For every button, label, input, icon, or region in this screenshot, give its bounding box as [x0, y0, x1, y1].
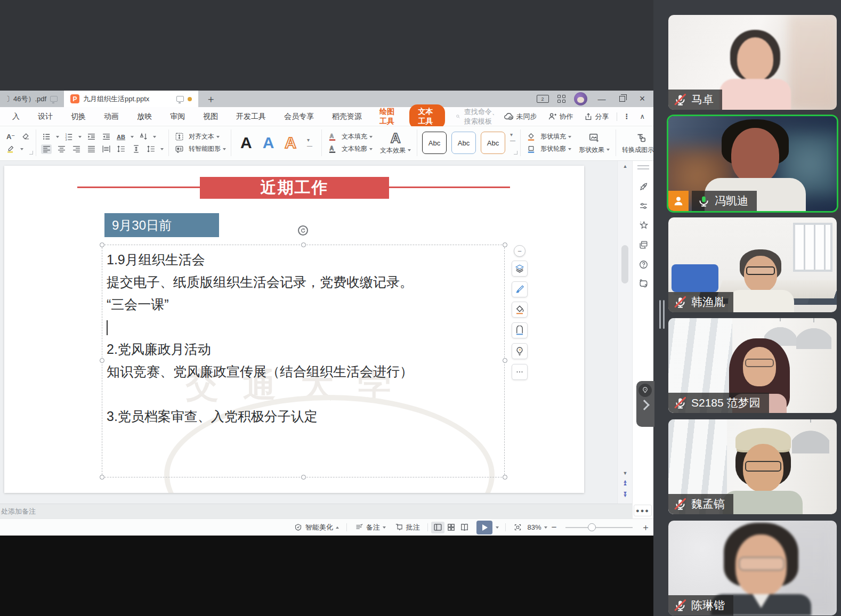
close-button[interactable]: × [636, 93, 648, 104]
user-avatar[interactable] [574, 92, 587, 106]
resize-handle-sw[interactable] [100, 475, 104, 480]
slideshow-play-button[interactable] [476, 521, 492, 534]
normal-view-button[interactable] [431, 522, 444, 533]
zoom-out-button[interactable]: − [548, 522, 560, 533]
resize-handle-e[interactable] [503, 358, 507, 363]
previous-slide-button[interactable]: ▲▲ [618, 479, 633, 487]
minimize-button[interactable]: — [596, 94, 608, 103]
comments-button[interactable]: 批注 [390, 523, 424, 532]
shape-effect-button[interactable]: 形状效果 [579, 145, 610, 155]
help-button[interactable] [637, 258, 650, 271]
zoom-in-button[interactable]: ＋ [638, 521, 653, 533]
menu-item-审阅[interactable]: 审阅 [161, 112, 194, 121]
zoom-slider-thumb[interactable] [588, 523, 596, 531]
align-right-button[interactable] [71, 144, 82, 154]
menu-item-开发工具[interactable]: 开发工具 [227, 112, 275, 121]
document-tab-pptx[interactable]: P 九月组织生活ppt.pptx [64, 91, 198, 107]
sidebar-drag-handle[interactable] [659, 300, 665, 329]
resize-handle-se[interactable] [503, 475, 507, 480]
vertical-scrollbar[interactable]: ▲ ▼ ▲▲ ▼▼ [617, 161, 632, 504]
resize-handle-s[interactable] [301, 475, 306, 480]
menu-item-视图[interactable]: 视图 [194, 112, 227, 121]
decrease-indent-button[interactable] [86, 132, 96, 142]
participant-tile[interactable]: 马卓 [668, 15, 837, 110]
restore-button[interactable] [616, 94, 628, 103]
scrollbar-thumb[interactable] [621, 245, 628, 283]
shape-style-orange[interactable]: Abc [481, 132, 505, 154]
shape-outline-quick-button[interactable] [512, 322, 528, 338]
zoom-slider[interactable] [565, 527, 633, 528]
shape-fill-quick-button[interactable] [512, 302, 528, 318]
align-center-button[interactable] [56, 144, 67, 154]
participant-tile[interactable]: 魏孟镐 [668, 419, 837, 514]
clear-format-button[interactable] [20, 132, 31, 142]
command-search[interactable]: 查找命令、搜索模板 [456, 107, 500, 126]
menu-item-会员专享[interactable]: 会员专享 [275, 112, 323, 121]
collaborate-button[interactable]: 协作 [545, 112, 577, 121]
play-options-caret[interactable] [496, 526, 499, 529]
participant-tile[interactable]: 陈琳锴 [668, 521, 837, 615]
align-text-button[interactable]: 对齐文本 [189, 132, 220, 141]
scroll-up-arrow[interactable]: ▲ [618, 162, 633, 171]
menu-item-设计[interactable]: 设计 [29, 112, 62, 121]
highlighter-button[interactable] [5, 144, 16, 154]
justify-button[interactable] [86, 144, 96, 154]
meeting-panel-toggle[interactable] [636, 381, 654, 427]
document-tab-pdf[interactable]: 〕46号）.pdf [0, 91, 64, 107]
text-direction-button[interactable] [138, 132, 149, 142]
shape-outline-button[interactable]: 形状轮廓 [540, 144, 571, 153]
line-spacing-button[interactable] [116, 144, 126, 154]
increase-indent-button[interactable] [101, 132, 111, 142]
participant-tile[interactable]: 韩渔胤 [668, 217, 837, 312]
distribute-button[interactable] [101, 144, 111, 154]
wordart-style-1[interactable]: A [240, 135, 252, 151]
slide-sorter-view-button[interactable] [444, 522, 458, 533]
slide-title[interactable]: 近期工作 [200, 177, 389, 199]
menu-item-放映[interactable]: 放映 [128, 112, 161, 121]
tips-bulb-icon[interactable] [638, 384, 652, 397]
rotate-handle[interactable] [298, 225, 308, 236]
resize-handle-w[interactable] [100, 358, 104, 363]
smart-beautify-button[interactable]: 智能美化 [289, 523, 343, 532]
deadline-label[interactable]: 9月30日前 [104, 213, 219, 237]
participant-tile[interactable]: 冯凯迪 [668, 116, 837, 211]
more-menu-button[interactable]: ⋮ [621, 112, 633, 120]
properties-button[interactable] [637, 199, 650, 212]
smart-suggest-button[interactable] [512, 343, 528, 359]
numbered-list-button[interactable] [63, 132, 74, 142]
text-effect-button[interactable]: 文本效果 [380, 146, 411, 155]
shape-style-blue[interactable]: Abc [451, 132, 476, 154]
participant-tile[interactable]: S2185 范梦园 [668, 318, 837, 413]
line-options-button[interactable] [145, 144, 156, 154]
tab-text-tools[interactable]: 文本工具 [409, 104, 446, 129]
rail-drag-handle[interactable] [637, 165, 649, 169]
align-left-button[interactable] [41, 144, 52, 154]
menu-item-动画[interactable]: 动画 [95, 112, 128, 121]
menu-item-入[interactable]: 入 [3, 112, 29, 121]
shrink-font-button[interactable]: A⁻ [5, 132, 16, 142]
fit-slide-button[interactable] [509, 523, 527, 532]
reading-view-button[interactable] [458, 522, 471, 533]
collapse-float-toolbar-button[interactable]: − [514, 245, 525, 257]
share-button[interactable]: 分享 [581, 112, 612, 121]
workspace-grid-icon[interactable] [557, 95, 565, 103]
slide-body-text[interactable]: 1.9月组织生活会提交电子、纸质版组织生活会记录，党费收缴记录。“三会一课”2.… [107, 248, 506, 427]
resize-handle-ne[interactable] [503, 242, 507, 247]
scroll-down-arrow[interactable]: ▼ [618, 469, 633, 477]
text-outline-button[interactable]: 文本轮廓 [342, 144, 373, 153]
rail-more-button[interactable]: ●●● [634, 505, 652, 516]
collapse-ribbon-button[interactable]: ∧ [637, 112, 649, 120]
text-fill-button[interactable]: 文本填充 [342, 132, 373, 141]
menu-item-切换[interactable]: 切换 [62, 112, 95, 121]
quick-start-button[interactable] [637, 180, 650, 193]
zoom-level-button[interactable]: 83% [527, 523, 548, 531]
tab-draw-tools[interactable]: 绘图工具 [371, 107, 406, 126]
menu-item-稻壳资源[interactable]: 稻壳资源 [323, 112, 371, 121]
skin-center-button[interactable] [637, 277, 650, 290]
bullet-list-button[interactable] [41, 132, 52, 142]
shape-style-black[interactable]: Abc [422, 132, 447, 154]
notes-bar[interactable]: 处添加备注 [0, 504, 632, 518]
notes-button[interactable]: 备注 [350, 523, 390, 532]
smart-graphic-button[interactable]: 转智能图形 [189, 144, 226, 153]
switch-window-button[interactable] [637, 238, 650, 251]
